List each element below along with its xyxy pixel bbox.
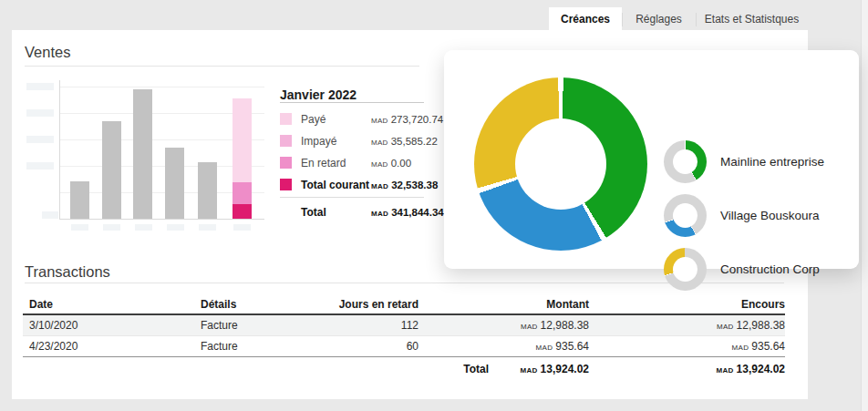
x-tick-placeholder — [233, 224, 251, 231]
total-label: Total — [301, 201, 326, 223]
bar-month-2[interactable] — [102, 121, 121, 219]
cell-montant: MAD935.64 — [418, 336, 589, 356]
transaction-row[interactable]: 4/23/2020 Facture 60 MAD935.64 MAD935.64 — [23, 336, 785, 357]
cell-encours: MAD935.64 — [589, 336, 785, 356]
paye-value: MAD273,720.74 — [371, 108, 443, 132]
y-tick-placeholder — [26, 83, 54, 90]
legend-row-total-courant: Total courant MAD32,538.38 — [280, 174, 424, 196]
legend-row-total: Total MAD341,844.34 — [280, 201, 424, 223]
transactions-table: Date Détails Jours en retard Montant Enc… — [23, 293, 785, 381]
cell-details: Facture — [201, 336, 337, 356]
x-tick-placeholder — [199, 224, 216, 231]
x-tick-placeholder — [103, 224, 120, 231]
bar-current-month-stacked[interactable] — [232, 98, 252, 219]
en-retard-value: MAD0.00 — [371, 152, 411, 176]
donut-hole — [515, 118, 606, 210]
legend-row-paye: Payé MAD273,720.74 — [280, 108, 424, 130]
right-edge-strip — [861, 0, 868, 411]
receivable-item-mainline[interactable]: Mainline entreprise — [664, 140, 855, 183]
y-tick-placeholder — [26, 109, 54, 117]
cell-jours: 60 — [337, 336, 418, 356]
en-retard-swatch — [280, 157, 292, 169]
cell-date: 4/23/2020 — [23, 336, 201, 356]
total-courant-swatch — [280, 179, 292, 190]
total-encours: MAD13,924.02 — [589, 357, 785, 381]
ventes-title-rule — [25, 66, 419, 67]
total-montant: MAD13,924.02 — [489, 357, 589, 381]
header-jours-en-retard: Jours en retard — [337, 293, 418, 313]
total-row-label: Total — [336, 357, 489, 381]
x-tick-placeholder — [167, 224, 184, 231]
bar-month-5[interactable] — [198, 162, 217, 219]
mini-donut-hole — [673, 203, 698, 228]
receivables-donut-chart[interactable] — [474, 77, 647, 251]
bar-month-1[interactable] — [70, 181, 89, 219]
total-value: MAD341,844.34 — [371, 201, 444, 225]
dashboard-page: Créances Réglages Etats et Statistques V… — [0, 0, 868, 411]
impaye-value: MAD35,585.22 — [371, 130, 438, 154]
legend-row-impaye: Impayé MAD35,585.22 — [280, 130, 424, 152]
paye-label: Payé — [301, 108, 326, 130]
ventes-bar-chart — [59, 87, 264, 219]
cell-montant: MAD12,988.38 — [418, 315, 589, 335]
impaye-label: Impayé — [301, 130, 336, 152]
mini-donut-village — [664, 194, 707, 237]
total-courant-value: MAD32,538.38 — [371, 174, 438, 198]
y-tick-placeholder — [26, 162, 54, 170]
x-axis-line — [59, 219, 264, 220]
month-summary-title: Janvier 2022 — [280, 87, 356, 102]
cell-date: 3/10/2020 — [23, 315, 201, 335]
bar-month-4[interactable] — [165, 148, 184, 219]
en-retard-label: En retard — [301, 152, 346, 174]
legend-divider — [280, 197, 424, 198]
total-row-spacer — [23, 357, 336, 381]
mini-donut-mainline — [664, 140, 707, 183]
table-header-row: Date Détails Jours en retard Montant Enc… — [23, 293, 785, 315]
month-summary-rule — [280, 102, 424, 103]
paye-swatch — [280, 113, 292, 125]
mini-donut-construction — [664, 248, 707, 291]
transaction-row[interactable]: 3/10/2020 Facture 112 MAD12,988.38 MAD12… — [23, 315, 785, 336]
header-montant: Montant — [418, 293, 589, 313]
bar-month-3[interactable] — [133, 89, 152, 219]
mini-donut-hole — [673, 257, 698, 282]
cell-encours: MAD12,988.38 — [589, 315, 785, 335]
header-details: Détails — [201, 293, 337, 313]
impaye-swatch — [280, 135, 292, 147]
table-total-row: Total MAD13,924.02 MAD13,924.02 — [23, 357, 785, 381]
header-encours: Encours — [589, 293, 785, 313]
header-date: Date — [23, 293, 201, 313]
receivable-label: Village Bouskoura — [720, 194, 820, 237]
x-tick-placeholder — [135, 224, 152, 231]
transactions-title: Transactions — [25, 263, 110, 281]
receivable-item-construction-corp[interactable]: Construction Corp — [664, 248, 855, 291]
cell-details: Facture — [201, 315, 337, 335]
legend-row-en-retard: En retard MAD0.00 — [280, 152, 424, 174]
mini-donut-hole — [673, 149, 698, 174]
receivable-label: Mainline entreprise — [720, 140, 824, 183]
receivables-card: Mainline entreprise Village Bouskoura Co… — [444, 50, 859, 269]
total-courant-label: Total courant — [301, 174, 369, 196]
tab-reglages[interactable]: Réglages — [622, 7, 696, 32]
x-tick-placeholder — [71, 224, 88, 231]
tab-creances[interactable]: Créances — [549, 7, 622, 32]
y-tick-placeholder — [42, 211, 58, 219]
receivable-label: Construction Corp — [720, 248, 820, 291]
tab-etats-statistiques[interactable]: Etats et Statistques — [696, 7, 808, 32]
cell-jours: 112 — [337, 315, 418, 335]
y-tick-placeholder — [26, 136, 54, 143]
ventes-title: Ventes — [25, 44, 70, 61]
receivable-item-village-bouskoura[interactable]: Village Bouskoura — [664, 194, 855, 237]
